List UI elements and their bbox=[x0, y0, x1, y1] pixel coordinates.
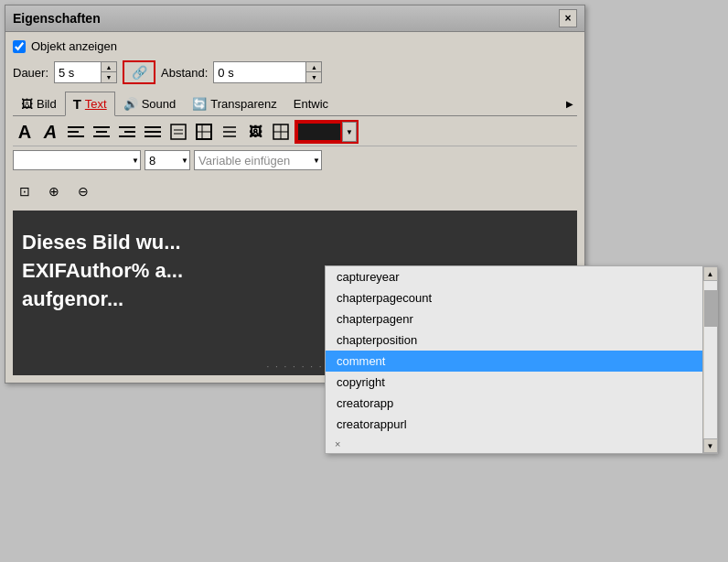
copy-frame-button[interactable]: ⊡ bbox=[13, 179, 37, 203]
align-left-icon bbox=[68, 125, 84, 138]
checkbox-row: Objekt anzeigen bbox=[13, 39, 577, 53]
objekt-anzeigen-label: Objekt anzeigen bbox=[31, 39, 117, 53]
color-dropdown-btn[interactable]: ▼ bbox=[342, 122, 357, 142]
scroll-track bbox=[704, 281, 717, 438]
font-name-select[interactable] bbox=[13, 150, 141, 170]
dropdown-item-copyright[interactable]: copyright bbox=[326, 372, 717, 393]
tabs-row: 🖼 Bild T Text 🔊 Sound 🔄 Transparenz Entw… bbox=[13, 92, 577, 116]
text-outline-button[interactable] bbox=[166, 120, 190, 144]
font-name-wrapper: ▼ bbox=[13, 150, 141, 170]
line-spacing-button[interactable] bbox=[218, 120, 241, 144]
bold-button[interactable]: A bbox=[13, 120, 37, 144]
image-insert-button[interactable]: 🖼 bbox=[243, 120, 267, 144]
font-size-wrapper: 8 ▼ bbox=[145, 150, 190, 170]
color-swatch[interactable] bbox=[296, 122, 342, 142]
abstand-spin-up[interactable]: ▲ bbox=[306, 62, 321, 72]
bild-tab-icon: 🖼 bbox=[21, 97, 33, 111]
line-spacing-icon bbox=[220, 123, 239, 141]
border-button[interactable] bbox=[192, 120, 216, 144]
dropdown-item-captureyear[interactable]: captureyear bbox=[326, 266, 717, 287]
scroll-down-button[interactable]: ▼ bbox=[703, 438, 718, 453]
border-icon bbox=[195, 123, 213, 141]
color-picker-container: ▼ bbox=[294, 120, 359, 144]
zoom-in-button[interactable]: ⊕ bbox=[42, 179, 66, 203]
objekt-anzeigen-checkbox[interactable] bbox=[13, 40, 26, 53]
italic-button[interactable]: A bbox=[38, 120, 62, 144]
tab-entwic[interactable]: Entwic bbox=[285, 92, 337, 114]
dropdown-items-area: captureyear chapterpagecount chapterpage… bbox=[326, 266, 717, 453]
variable-insert-wrapper: Variable einfügen ▼ bbox=[194, 150, 322, 170]
tab-text[interactable]: T Text bbox=[65, 92, 115, 116]
abstand-input[interactable] bbox=[214, 62, 305, 82]
abstand-spin-down[interactable]: ▼ bbox=[306, 72, 321, 82]
align-right-button[interactable] bbox=[115, 120, 139, 144]
variable-dropdown: captureyear chapterpagecount chapterpage… bbox=[325, 265, 718, 454]
tab-text-label: Text bbox=[85, 97, 107, 111]
justify-button[interactable] bbox=[141, 120, 165, 144]
scroll-thumb[interactable] bbox=[704, 290, 717, 327]
tab-entwic-label: Entwic bbox=[294, 97, 328, 111]
dauer-spin-down[interactable]: ▼ bbox=[102, 72, 116, 82]
abstand-spinner: ▲ ▼ bbox=[213, 61, 322, 83]
panel-title: Eigenschaften bbox=[13, 11, 101, 26]
tab-sound-label: Sound bbox=[142, 97, 177, 111]
close-button[interactable]: × bbox=[559, 9, 577, 27]
tab-transparenz-label: Transparenz bbox=[210, 97, 277, 111]
justify-icon bbox=[145, 125, 161, 138]
text-toolbar: A A 🖼 bbox=[13, 118, 577, 146]
variable-insert-select[interactable]: Variable einfügen bbox=[194, 150, 322, 170]
tab-more-button[interactable]: ▶ bbox=[562, 97, 577, 111]
dropdown-scrollbar: ▲ ▼ bbox=[702, 266, 717, 453]
dauer-arrows: ▲ ▼ bbox=[101, 62, 116, 82]
dauer-spin-up[interactable]: ▲ bbox=[102, 62, 116, 72]
tab-sound[interactable]: 🔊 Sound bbox=[115, 92, 185, 114]
svg-rect-12 bbox=[171, 124, 186, 139]
table-icon bbox=[272, 123, 290, 141]
align-right-icon bbox=[119, 125, 135, 138]
align-center-button[interactable] bbox=[90, 120, 113, 144]
scroll-up-button[interactable]: ▲ bbox=[703, 266, 718, 281]
transparenz-tab-icon: 🔄 bbox=[192, 97, 207, 111]
tab-bild-label: Bild bbox=[37, 97, 57, 111]
text-tab-icon: T bbox=[73, 96, 81, 112]
resize-handle[interactable]: · · · · · · · bbox=[266, 362, 323, 372]
abstand-arrows: ▲ ▼ bbox=[305, 62, 321, 82]
dropdown-close-button[interactable]: × bbox=[329, 437, 346, 451]
dropdown-container: captureyear chapterpagecount chapterpage… bbox=[326, 266, 717, 453]
table-button[interactable] bbox=[269, 120, 293, 144]
title-bar: Eigenschaften × bbox=[5, 5, 584, 32]
image-insert-icon: 🖼 bbox=[249, 124, 262, 139]
dauer-label: Dauer: bbox=[13, 66, 48, 80]
dropdown-item-chapterpagecount[interactable]: chapterpagecount bbox=[326, 287, 717, 308]
dropdown-item-comment[interactable]: comment bbox=[326, 351, 717, 372]
sound-tab-icon: 🔊 bbox=[123, 97, 138, 111]
align-center-icon bbox=[93, 125, 110, 138]
dropdown-item-chapterpagenr[interactable]: chapterpagenr bbox=[326, 308, 717, 330]
text-outline-icon bbox=[169, 123, 187, 141]
dropdown-item-chapterposition[interactable]: chapterposition bbox=[326, 330, 717, 351]
dropdown-item-creatorapp[interactable]: creatorapp bbox=[326, 393, 717, 414]
dropdown-list: captureyear chapterpagecount chapterpage… bbox=[326, 266, 717, 435]
dauer-row: Dauer: ▲ ▼ 🔗 Abstand: ▲ ▼ bbox=[13, 60, 577, 84]
zoom-out-button[interactable]: ⊖ bbox=[71, 179, 95, 203]
link-icon: 🔗 bbox=[132, 65, 147, 80]
tab-transparenz[interactable]: 🔄 Transparenz bbox=[184, 92, 285, 114]
abstand-label: Abstand: bbox=[161, 66, 208, 80]
dropdown-item-creatorappurl[interactable]: creatorappurl bbox=[326, 414, 717, 435]
font-row: ▼ 8 ▼ Variable einfügen ▼ bbox=[13, 150, 577, 170]
dauer-spinner: ▲ ▼ bbox=[54, 61, 117, 83]
align-left-button[interactable] bbox=[64, 120, 88, 144]
font-size-select[interactable]: 8 bbox=[145, 150, 190, 170]
link-button[interactable]: 🔗 bbox=[123, 60, 155, 84]
tab-bild[interactable]: 🖼 Bild bbox=[13, 92, 65, 114]
bottom-toolbar: ⊡ ⊕ ⊖ bbox=[13, 176, 577, 207]
dauer-input[interactable] bbox=[55, 62, 101, 82]
